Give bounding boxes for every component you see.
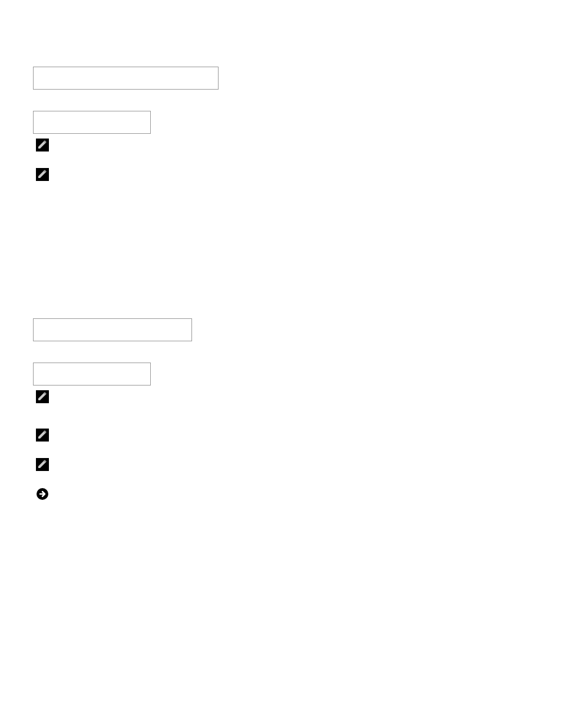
edit-icon[interactable] bbox=[36, 429, 49, 442]
edit-icon[interactable] bbox=[36, 390, 49, 403]
input-field-3[interactable] bbox=[33, 318, 192, 341]
input-field-1[interactable] bbox=[33, 67, 219, 90]
edit-icon[interactable] bbox=[36, 458, 49, 471]
edit-icon[interactable] bbox=[36, 168, 49, 181]
edit-icon[interactable] bbox=[36, 139, 49, 151]
input-field-2[interactable] bbox=[33, 111, 151, 134]
input-field-4[interactable] bbox=[33, 363, 151, 386]
arrow-right-icon[interactable] bbox=[36, 487, 49, 500]
